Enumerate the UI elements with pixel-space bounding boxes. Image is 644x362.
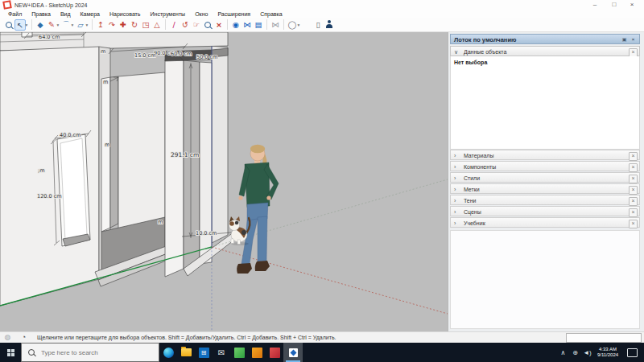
tray-header[interactable]: Лоток по умолчанию ▣ × <box>450 34 640 44</box>
tray-close-icon[interactable]: × <box>630 36 637 43</box>
section-close-icon[interactable]: × <box>629 175 638 183</box>
title-bar: NEW+IDEA - SketchUp 2024 – □ × <box>0 0 644 10</box>
panel-section-materials[interactable]: › Материалы × <box>450 150 640 160</box>
dim-m4-label[interactable]: m <box>158 219 163 225</box>
taskbar-sketchup-icon-active[interactable] <box>283 343 303 362</box>
minimize-button[interactable]: – <box>588 0 602 10</box>
dim-beam-label[interactable]: 64.0 cm <box>39 34 60 40</box>
menu-edit[interactable]: Правка <box>27 11 56 17</box>
volume-icon[interactable]: ◄) <box>581 349 593 356</box>
move-tool-icon[interactable]: ✚ <box>118 19 129 31</box>
section-display-icon[interactable]: ⋈ <box>270 19 281 31</box>
measurements-input[interactable] <box>566 333 642 343</box>
taskbar-explorer-icon[interactable] <box>177 343 195 362</box>
pushpull-tool-icon[interactable]: ↥ <box>95 19 106 31</box>
section-fill-icon[interactable]: ▤ <box>253 19 264 31</box>
dim-porch-label[interactable]: 10.0 cm <box>196 230 217 237</box>
panel-section-styles[interactable]: › Стили × <box>450 172 640 183</box>
panel-section-scenes[interactable]: › Сцены × <box>450 206 640 216</box>
section-cut-icon[interactable]: ⋈ <box>242 19 253 31</box>
dim-window-width-label[interactable]: 40.0 cm <box>60 132 80 138</box>
chevron-right-icon[interactable]: › <box>454 184 462 195</box>
menu-extensions[interactable]: Расширения <box>213 11 255 17</box>
section-close-icon[interactable]: × <box>629 220 638 228</box>
windows-logo-icon <box>7 349 14 356</box>
new-document-icon[interactable]: ▯ <box>312 19 324 31</box>
network-icon[interactable]: ⊕ <box>569 349 581 356</box>
close-button[interactable]: × <box>625 0 639 10</box>
maximize-button[interactable]: □ <box>607 0 621 10</box>
viewport-canvas[interactable]: 64.0 cm m 90.0 cm 60.0 cm 15.0 cm 50.0 c… <box>0 32 448 331</box>
menu-tools[interactable]: Инструменты <box>145 11 190 17</box>
action-center-icon[interactable] <box>627 348 638 357</box>
start-button[interactable] <box>0 343 21 362</box>
tray-pin-icon[interactable]: ▣ <box>621 36 628 43</box>
select-dropdown-icon[interactable]: ▾ <box>24 23 29 27</box>
taskbar-app-orange-icon[interactable] <box>248 343 266 362</box>
account-dropdown-icon[interactable]: ▾ <box>296 23 301 27</box>
menu-help[interactable]: Справка <box>255 11 287 17</box>
chevron-right-icon[interactable]: › <box>454 218 462 228</box>
section-close-icon[interactable]: × <box>629 186 638 195</box>
geolocation-icon[interactable]: ◍ <box>4 334 11 341</box>
dim-lintel-label[interactable]: 50.0 cm <box>196 54 217 60</box>
pan-tool-icon[interactable]: ☞ <box>191 19 202 31</box>
dim-m2-label[interactable]: m <box>103 79 108 85</box>
toolbar-separator <box>266 19 267 30</box>
panel-section-entity-info[interactable]: ∨ Данные объекта × <box>450 46 640 56</box>
dim-m1-label[interactable]: m <box>101 48 105 55</box>
menu-camera[interactable]: Камера <box>76 11 105 17</box>
followme-tool-icon[interactable]: ↷ <box>106 19 118 31</box>
menu-draw[interactable]: Нарисовать <box>105 11 145 17</box>
tape-measure-tool-icon[interactable]: ∕ <box>168 19 180 31</box>
taskbar-search[interactable] <box>21 343 159 362</box>
menu-file[interactable]: Файл <box>3 11 27 17</box>
zoom-extents-icon[interactable]: × <box>213 19 225 31</box>
section-close-icon[interactable]: × <box>629 152 638 161</box>
search-input[interactable] <box>39 348 139 357</box>
tray-chevron-icon[interactable]: ∧ <box>557 349 569 356</box>
panel-section-shadows[interactable]: › Тени × <box>450 195 640 205</box>
rotate-tool-icon[interactable]: ↻ <box>129 19 140 31</box>
panel-section-instructor[interactable]: › Учебник × <box>450 217 640 228</box>
section-close-icon[interactable]: × <box>629 197 638 206</box>
add-person-icon[interactable] <box>324 19 335 31</box>
taskbar-app-green-icon[interactable] <box>230 343 248 362</box>
chevron-right-icon[interactable]: › <box>454 173 462 183</box>
dim-top3-label[interactable]: 60.0 cm <box>171 51 192 57</box>
dim-window-height-label[interactable]: 120.0 cm <box>37 193 62 200</box>
panel-section-tags[interactable]: › Метки × <box>450 183 640 194</box>
menu-view[interactable]: Вид <box>56 11 76 17</box>
panel-section-components[interactable]: › Компоненты × <box>450 161 640 171</box>
offset-tool-icon[interactable]: △ <box>151 19 163 31</box>
taskbar-edge-icon[interactable] <box>159 343 177 362</box>
taskbar-app-red-icon[interactable] <box>266 343 283 362</box>
section-close-icon[interactable]: × <box>629 163 638 172</box>
dim-door-height-label[interactable]: 291.1 cm <box>171 151 199 158</box>
chevron-right-icon[interactable]: › <box>454 195 462 206</box>
toolbar-separator <box>227 19 228 30</box>
section-close-icon[interactable]: × <box>629 208 638 217</box>
dim-m3-label[interactable]: m <box>105 142 109 148</box>
rectangle-dropdown-icon[interactable]: ▾ <box>85 23 89 27</box>
eraser-tool-icon[interactable]: ◆ <box>35 19 46 31</box>
scale-tool-icon[interactable]: ◳ <box>140 19 151 31</box>
status-hint-text: Щелкните или перетащите для выбора объек… <box>37 332 336 343</box>
taskbar-clock[interactable]: 4:33 AM 9/11/2024 <box>593 347 622 358</box>
zoom-tool-icon[interactable] <box>202 19 213 31</box>
search-icon[interactable] <box>3 19 14 31</box>
model-viewport[interactable]: 64.0 cm m 90.0 cm 60.0 cm 15.0 cm 50.0 c… <box>0 32 448 331</box>
taskbar-store-icon[interactable]: ⊞ <box>195 343 213 362</box>
credits-info-icon[interactable]: ◔ <box>20 334 27 341</box>
orbit-tool-icon[interactable]: ↺ <box>180 19 191 31</box>
taskbar-mail-icon[interactable]: ✉ <box>213 343 230 362</box>
dim-top1-label[interactable]: 15.0 cm <box>134 52 155 59</box>
menu-window[interactable]: Окно <box>190 11 213 17</box>
chevron-right-icon[interactable]: › <box>454 207 462 217</box>
section-label: Учебник <box>464 220 485 226</box>
section-label: Компоненты <box>464 164 496 170</box>
dim-msemi-label[interactable]: ;m <box>38 167 45 174</box>
chevron-right-icon[interactable]: › <box>454 162 462 172</box>
chevron-right-icon[interactable]: › <box>454 150 462 161</box>
section-plane-icon[interactable]: ◉ <box>230 19 242 31</box>
